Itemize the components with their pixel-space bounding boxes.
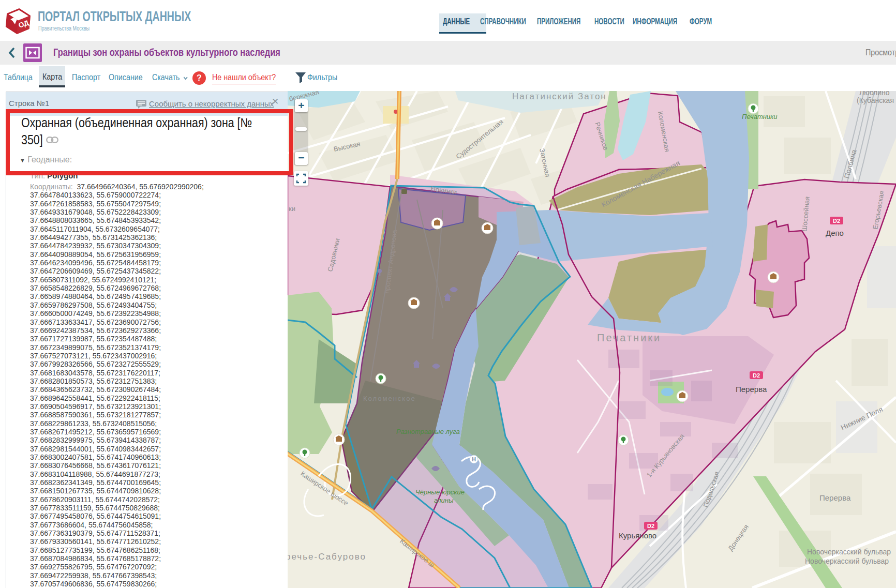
svg-text:Н: Н — [472, 457, 475, 462]
svg-text:Перерва: Перерва — [819, 493, 851, 502]
svg-text:Чёрные юрские: Чёрные юрские — [415, 488, 465, 496]
svg-text:Нагатинский Затон: Нагатинский Затон — [512, 92, 607, 101]
svg-text:Новочеркасский бульвар: Новочеркасский бульвар — [805, 557, 889, 565]
svg-text:Курьяново: Курьяново — [619, 531, 656, 540]
svg-text:Новочеркасский бульвар: Новочеркасский бульвар — [807, 548, 891, 556]
svg-text:Печатники: Печатники — [597, 332, 661, 343]
svg-text:D2: D2 — [647, 523, 654, 529]
svg-text:ки: ки — [289, 205, 295, 213]
svg-text:Перерва: Перерва — [736, 385, 767, 394]
svg-text:D2: D2 — [753, 372, 760, 379]
svg-text:речье-Сабурово: речье-Сабурово — [288, 552, 366, 562]
svg-text:Коломенское: Коломенское — [363, 395, 416, 402]
svg-text:(Кубанская: (Кубанская — [857, 96, 894, 104]
svg-text:Депо: Депо — [826, 229, 844, 237]
svg-text:Печатники: Печатники — [742, 113, 777, 120]
svg-text:Разнотравные луга: Разнотравные луга — [396, 428, 460, 435]
svg-text:D2: D2 — [833, 218, 840, 224]
svg-text:глины: глины — [434, 496, 454, 504]
